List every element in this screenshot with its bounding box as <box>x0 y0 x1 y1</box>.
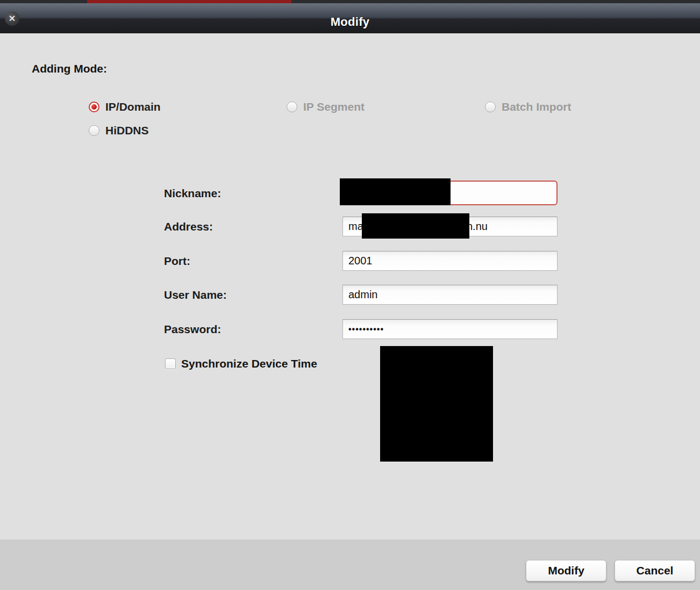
cancel-button[interactable]: Cancel <box>615 560 695 581</box>
redaction-box-nickname <box>340 178 451 205</box>
radio-ip-domain-label[interactable]: IP/Domain <box>105 100 161 114</box>
port-label: Port: <box>164 254 190 268</box>
nickname-label: Nickname: <box>164 186 221 200</box>
dialog-footer: Modify Cancel <box>0 539 700 590</box>
close-icon[interactable]: ✕ <box>5 11 19 26</box>
radio-ip-domain[interactable] <box>89 102 99 112</box>
dialog-title: Modify <box>0 15 700 29</box>
sync-device-time-label[interactable]: Synchronize Device Time <box>181 357 317 370</box>
redaction-box-large <box>380 346 493 462</box>
radio-selected-dot <box>91 104 97 110</box>
password-input[interactable]: •••••••••• <box>342 319 558 339</box>
address-value-prefix: ma <box>348 220 363 232</box>
dialog-titlebar: Modify <box>0 3 700 33</box>
redaction-box-address <box>362 213 469 239</box>
radio-hiddns-label[interactable]: HiDDNS <box>105 124 149 138</box>
username-input[interactable]: admin <box>342 285 558 305</box>
radio-batch-import <box>485 102 496 112</box>
radio-ip-segment <box>287 102 297 112</box>
port-input[interactable]: 2001 <box>342 251 558 271</box>
username-label: User Name: <box>164 288 227 302</box>
radio-ip-segment-label: IP Segment <box>303 100 365 114</box>
sync-device-time-checkbox[interactable] <box>165 358 176 369</box>
adding-mode-label: Adding Mode: <box>32 62 107 75</box>
radio-batch-import-label: Batch Import <box>502 100 572 114</box>
password-label: Password: <box>164 322 221 336</box>
address-label: Address: <box>164 220 213 234</box>
modify-dialog: Modify ✕ Adding Mode: IP/Domain IP Segme… <box>0 0 700 590</box>
radio-hiddns[interactable] <box>89 125 99 136</box>
address-value-suffix: n.nu <box>467 217 488 236</box>
modify-button[interactable]: Modify <box>526 560 606 581</box>
